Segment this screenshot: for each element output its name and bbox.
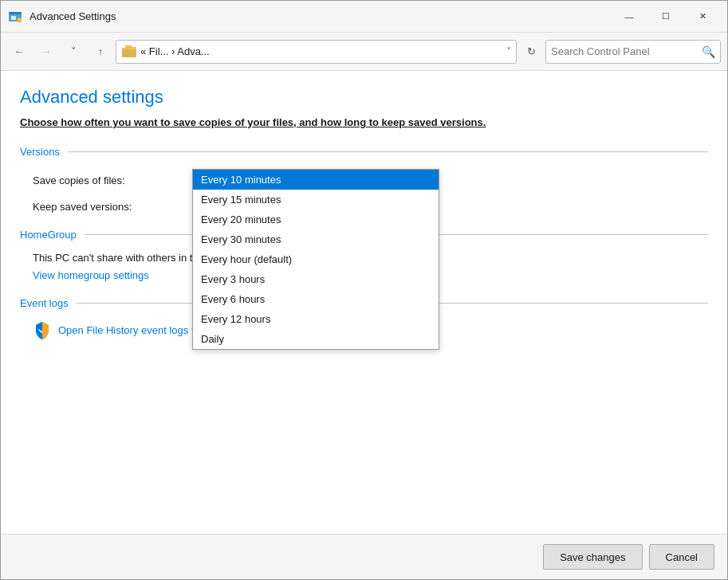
homegroup-link[interactable]: View homegroup settings xyxy=(20,269,149,281)
save-copies-label: Save copies of files: xyxy=(33,174,192,186)
main-content: Advanced settings Choose how often you w… xyxy=(1,71,727,534)
address-bar[interactable]: « Fil... › Adva... ˅ xyxy=(116,40,517,64)
dropdown-option-1[interactable]: Every 15 minutes xyxy=(193,190,439,210)
minimize-button[interactable]: — xyxy=(611,1,647,33)
dropdown-option-2[interactable]: Every 20 minutes xyxy=(193,210,439,229)
dropdown-history-button[interactable]: ˅ xyxy=(61,40,85,64)
folder-icon xyxy=(121,44,137,60)
search-bar[interactable]: 🔍 xyxy=(545,40,721,64)
shield-icon xyxy=(33,320,52,339)
refresh-button[interactable]: ↻ xyxy=(520,41,542,63)
title-bar: Advanced Settings — ☐ ✕ xyxy=(1,1,727,33)
dropdown-option-4[interactable]: Every hour (default) xyxy=(193,249,439,269)
versions-section: Versions Save copies of files: Every 10 … xyxy=(20,146,708,213)
keep-saved-label: Keep saved versions: xyxy=(33,201,192,213)
search-icon: 🔍 xyxy=(702,45,715,58)
versions-header: Versions xyxy=(20,146,708,158)
eventlogs-title: Event logs xyxy=(20,297,69,309)
maximize-button[interactable]: ☐ xyxy=(647,1,684,33)
dropdown-option-0[interactable]: Every 10 minutes xyxy=(193,170,439,190)
versions-title: Versions xyxy=(20,146,60,158)
cancel-button[interactable]: Cancel xyxy=(649,544,714,570)
dropdown-option-5[interactable]: Every 3 hours xyxy=(193,269,439,289)
address-text: « Fil... › Adva... xyxy=(140,45,503,57)
window-title: Advanced Settings xyxy=(30,10,611,22)
save-copies-dropdown-container: Every 10 minutes ˅ Every 10 minutes Ever… xyxy=(192,169,708,191)
homegroup-title: HomeGroup xyxy=(20,229,77,241)
app-icon xyxy=(7,9,23,25)
address-chevron[interactable]: ˅ xyxy=(506,46,511,57)
save-button[interactable]: Save changes xyxy=(543,544,642,570)
dropdown-option-3[interactable]: Every 30 minutes xyxy=(193,229,439,249)
close-button[interactable]: ✕ xyxy=(684,1,721,33)
svg-rect-2 xyxy=(11,16,16,20)
dropdown-option-8[interactable]: Daily xyxy=(193,329,439,349)
svg-rect-1 xyxy=(9,12,22,14)
search-input[interactable] xyxy=(551,45,698,57)
save-copies-row: Save copies of files: Every 10 minutes ˅… xyxy=(20,169,708,191)
dropdown-option-6[interactable]: Every 6 hours xyxy=(193,289,439,309)
main-window: Advanced Settings — ☐ ✕ ← → ˅ ↑ « Fil...… xyxy=(0,0,728,580)
svg-point-3 xyxy=(17,18,22,22)
versions-divider xyxy=(68,151,708,152)
description: Choose how often you want to save copies… xyxy=(20,116,708,130)
dropdown-menu: Every 10 minutes Every 15 minutes Every … xyxy=(192,169,439,350)
svg-rect-5 xyxy=(125,45,132,48)
window-controls: — ☐ ✕ xyxy=(611,1,721,33)
nav-bar: ← → ˅ ↑ « Fil... › Adva... ˅ ↻ 🔍 xyxy=(1,33,727,71)
back-button[interactable]: ← xyxy=(7,40,31,64)
footer: Save changes Cancel xyxy=(1,534,727,579)
page-title: Advanced settings xyxy=(20,87,708,108)
up-button[interactable]: ↑ xyxy=(89,40,112,64)
dropdown-option-7[interactable]: Every 12 hours xyxy=(193,309,439,329)
forward-button[interactable]: → xyxy=(34,40,58,64)
